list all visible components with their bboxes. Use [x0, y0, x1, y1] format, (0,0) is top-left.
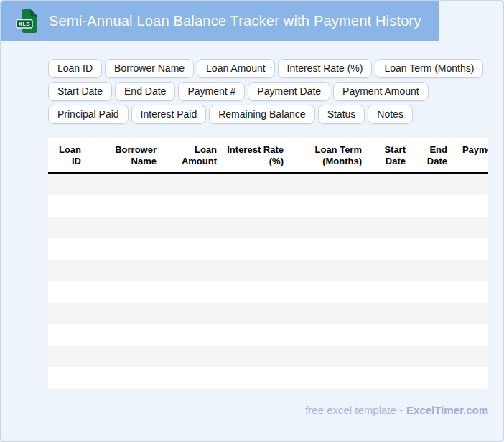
table-cell: [414, 281, 456, 303]
column-header-loan-amount: Loan Amount: [165, 138, 225, 173]
column-header-borrower-name: Borrower Name: [90, 138, 165, 173]
table-cell: [370, 238, 414, 260]
table-cell: [90, 173, 165, 195]
field-pill-payment-amount[interactable]: Payment Amount: [333, 82, 429, 101]
table-cell: [456, 346, 488, 367]
table-cell: [414, 260, 456, 281]
table-cell: [456, 173, 488, 195]
table-cell: [165, 281, 225, 303]
table-cell: [90, 367, 165, 389]
table-viewport: Loan ID Borrower Name Loan Amount Intere…: [48, 138, 488, 389]
table-cell: [456, 238, 488, 260]
table-cell: [456, 217, 488, 238]
page-title: Semi-Annual Loan Balance Tracker with Pa…: [49, 13, 421, 29]
field-pill-borrower-name[interactable]: Borrower Name: [105, 59, 194, 78]
table-cell: [90, 238, 165, 260]
table-cell: [225, 238, 292, 260]
field-pill-start-date[interactable]: Start Date: [48, 82, 112, 101]
column-header-start-date: Start Date: [370, 138, 414, 173]
table-cell: [225, 324, 292, 346]
field-pill-interest-paid[interactable]: Interest Paid: [131, 105, 207, 124]
table-cell: [292, 346, 370, 367]
footer-brand-link[interactable]: ExcelTimer.com: [406, 404, 488, 416]
table-cell: [225, 217, 292, 238]
table-cell: [456, 260, 488, 281]
table-cell: [370, 195, 414, 217]
table-cell: [370, 303, 414, 324]
field-pill-principal-paid[interactable]: Principal Paid: [48, 105, 129, 124]
field-pill-end-date[interactable]: End Date: [115, 82, 175, 101]
table-cell: [456, 195, 488, 217]
table-cell: [414, 324, 456, 346]
table-cell: [48, 260, 90, 281]
table-header-row: Loan ID Borrower Name Loan Amount Intere…: [48, 138, 488, 173]
table-cell: [165, 324, 225, 346]
table-row: [48, 195, 488, 217]
field-pill-notes[interactable]: Notes: [368, 105, 413, 124]
field-pill-payment-number[interactable]: Payment #: [178, 82, 245, 101]
table-cell: [90, 303, 165, 324]
table-cell: [414, 303, 456, 324]
table-cell: [370, 346, 414, 367]
field-pill-payment-date[interactable]: Payment Date: [248, 82, 330, 101]
table-cell: [370, 324, 414, 346]
table-cell: [456, 367, 488, 389]
table-cell: [165, 173, 225, 195]
table-cell: [90, 281, 165, 303]
table-cell: [165, 260, 225, 281]
header-bar: XLS Semi-Annual Loan Balance Tracker wit…: [1, 1, 439, 41]
loan-table: Loan ID Borrower Name Loan Amount Intere…: [48, 138, 488, 389]
table-cell: [225, 260, 292, 281]
field-pill-loan-term[interactable]: Loan Term (Months): [375, 59, 483, 78]
table-row: [48, 281, 488, 303]
table-cell: [456, 281, 488, 303]
table-cell: [48, 195, 90, 217]
table-cell: [414, 195, 456, 217]
page: { "header": { "title": "Semi-Annual Loan…: [0, 0, 504, 442]
table-cell: [292, 260, 370, 281]
table-header: Loan ID Borrower Name Loan Amount Intere…: [48, 138, 488, 173]
table-cell: [456, 303, 488, 324]
column-header-interest-rate: Interest Rate (%): [225, 138, 292, 173]
table-cell: [292, 281, 370, 303]
table-cell: [225, 367, 292, 389]
field-pill-loan-id[interactable]: Loan ID: [48, 59, 102, 78]
table-cell: [48, 324, 90, 346]
footer: free excel template -ExcelTimer.com: [48, 403, 488, 417]
table-cell: [414, 173, 456, 195]
table-cell: [370, 173, 414, 195]
table-cell: [165, 238, 225, 260]
field-pill-interest-rate[interactable]: Interest Rate (%): [278, 59, 373, 78]
table-cell: [48, 367, 90, 389]
field-pill-status[interactable]: Status: [318, 105, 365, 124]
table-row: [48, 238, 488, 260]
table-cell: [292, 173, 370, 195]
table-cell: [225, 173, 292, 195]
table-cell: [165, 303, 225, 324]
table-row: [48, 260, 488, 281]
table-cell: [48, 173, 90, 195]
table-cell: [370, 281, 414, 303]
field-pill-loan-amount[interactable]: Loan Amount: [197, 59, 275, 78]
field-pill-remaining-balance[interactable]: Remaining Balance: [209, 105, 314, 124]
column-header-end-date: End Date: [414, 138, 456, 173]
table-cell: [90, 195, 165, 217]
table-row: [48, 303, 488, 324]
table-cell: [90, 346, 165, 367]
table-row: [48, 346, 488, 367]
table-cell: [165, 217, 225, 238]
table-cell: [370, 367, 414, 389]
table-row: [48, 173, 488, 195]
table-cell: [48, 217, 90, 238]
table-cell: [225, 303, 292, 324]
table-cell: [292, 195, 370, 217]
table-cell: [292, 367, 370, 389]
table-cell: [48, 281, 90, 303]
field-pills: Loan ID Borrower Name Loan Amount Intere…: [48, 59, 488, 124]
table-cell: [414, 367, 456, 389]
table-cell: [48, 303, 90, 324]
loan-table-body: [48, 173, 488, 389]
footer-text: free excel template -: [305, 404, 403, 416]
table-row: [48, 367, 488, 389]
table-cell: [414, 217, 456, 238]
